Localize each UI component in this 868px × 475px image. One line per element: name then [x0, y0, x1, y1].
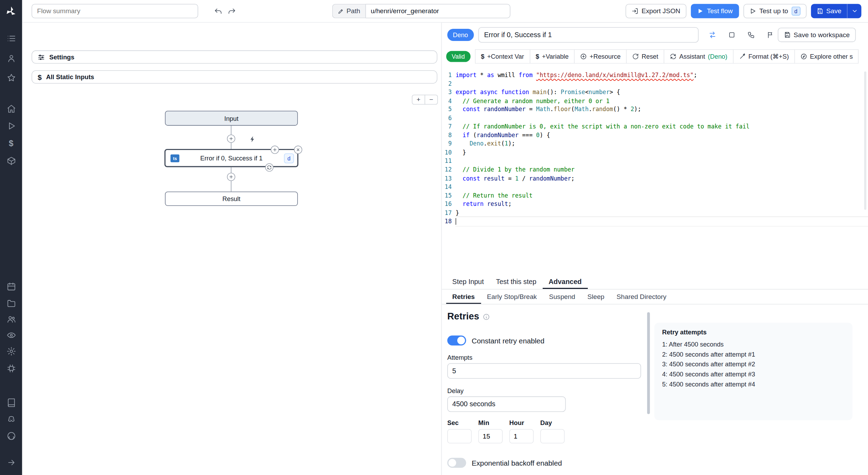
subtab-suspend[interactable]: Suspend [543, 290, 582, 304]
insert-step-above-button[interactable] [271, 145, 279, 154]
subtab-early-stop[interactable]: Early Stop/Break [481, 290, 543, 304]
advanced-subtabs: Retries Early Stop/Break Suspend Sleep S… [442, 290, 868, 305]
assistant-button[interactable]: Assistant (Deno) [664, 49, 734, 64]
vertical-scrollbar[interactable] [647, 312, 650, 414]
home-icon[interactable] [0, 100, 22, 117]
attempts-input[interactable] [447, 363, 641, 379]
gear-icon[interactable] [0, 343, 22, 359]
calendar-icon[interactable] [0, 278, 22, 294]
dollar-variables-icon[interactable]: $ [0, 134, 22, 151]
discord-icon[interactable] [0, 411, 22, 427]
retry-attempt-item: 5: 4500 seconds after attempt #4 [662, 379, 845, 389]
path-group: Path [332, 4, 510, 18]
result-node[interactable]: Result [165, 192, 298, 206]
delete-step-button[interactable] [294, 145, 302, 154]
retries-heading: Retries [447, 311, 868, 322]
sec-label: Sec [447, 420, 471, 426]
phone-button[interactable] [745, 30, 757, 41]
reset-icon [632, 53, 639, 60]
github-icon[interactable] [0, 427, 22, 444]
swap-button[interactable] [707, 30, 718, 41]
language-badge: Deno [447, 29, 474, 41]
path-input[interactable] [365, 4, 510, 18]
play-runs-icon[interactable] [0, 117, 22, 134]
book-docs-icon[interactable] [0, 394, 22, 411]
add-context-var-button[interactable]: $ +Context Var [475, 49, 530, 64]
tab-step-input[interactable]: Step Input [446, 274, 490, 289]
windmill-logo-icon[interactable] [0, 3, 22, 20]
refresh-icon [267, 165, 272, 170]
constant-retry-toggle[interactable] [447, 335, 466, 345]
tab-test-this-step[interactable]: Test this step [490, 274, 542, 289]
explore-scripts-button[interactable]: Explore other s [794, 49, 859, 64]
retry-attempt-item: 1: After 4500 seconds [662, 339, 845, 349]
flow-editor-app: $ [0, 0, 868, 475]
save-dropdown-button[interactable] [847, 4, 861, 18]
test-up-to-button[interactable]: Test up to d [743, 4, 807, 18]
zoom-out-button[interactable]: − [425, 95, 438, 105]
step-name-input[interactable] [478, 27, 699, 43]
save-button[interactable]: Save [811, 4, 847, 18]
tab-advanced[interactable]: Advanced [542, 274, 587, 289]
add-step-button[interactable] [227, 134, 235, 143]
info-icon[interactable] [483, 313, 490, 320]
retry-attempts-preview: Retry attempts 1: After 4500 seconds 2: … [654, 323, 853, 420]
retry-attempt-item: 4: 4500 seconds after attempt #3 [662, 369, 845, 379]
test-flow-button[interactable]: Test flow [691, 4, 739, 18]
fullscreen-button[interactable] [726, 30, 737, 41]
day-input[interactable] [540, 429, 565, 443]
add-step-button[interactable] [227, 173, 235, 181]
save-split-button: Save [811, 4, 861, 18]
all-static-inputs-row[interactable]: $ All Static Inputs [32, 70, 437, 83]
folder-icon[interactable] [0, 294, 22, 311]
step-header-icons [707, 30, 776, 41]
phone-icon [747, 31, 755, 39]
list-icon[interactable] [0, 30, 22, 47]
hour-label: Hour [509, 420, 534, 426]
exponential-backoff-toggle[interactable] [447, 458, 466, 468]
min-label: Min [478, 420, 503, 426]
step-header: Deno Save to worksp [447, 27, 856, 43]
flow-summary-input[interactable] [32, 4, 198, 18]
sec-input[interactable] [447, 429, 471, 443]
input-node[interactable]: Input [165, 111, 298, 126]
subtab-sleep[interactable]: Sleep [581, 290, 610, 304]
cube-resources-icon[interactable] [0, 152, 22, 169]
typescript-badge: ts [170, 155, 180, 162]
hour-input[interactable] [509, 429, 534, 443]
sidebar: $ [0, 0, 22, 475]
add-variable-button[interactable]: $ +Variable [529, 49, 575, 64]
code-editor[interactable]: 123456789101112131415161718 import * as … [442, 68, 868, 274]
subtab-retries[interactable]: Retries [446, 290, 481, 304]
settings-row[interactable]: Settings [32, 50, 437, 64]
delay-input[interactable] [447, 397, 566, 412]
main-column: Path Export JSON Test flow Test up to d [22, 0, 868, 475]
user-icon[interactable] [0, 50, 22, 66]
flag-button[interactable] [765, 30, 776, 41]
add-resource-button[interactable]: +Resource [574, 49, 627, 64]
star-icon[interactable] [0, 69, 22, 86]
reset-button[interactable]: Reset [626, 49, 664, 64]
plus-icon [228, 174, 233, 179]
zoom-in-button[interactable]: + [412, 95, 425, 105]
flow-canvas[interactable]: + − Input ts Error if 0, Success i [22, 88, 441, 475]
trigger-bolt-button[interactable] [248, 134, 258, 144]
export-json-button[interactable]: Export JSON [625, 4, 686, 18]
users-groups-icon[interactable] [0, 310, 22, 327]
redo-button[interactable] [225, 5, 238, 18]
delay-time-grid: Sec Min Hour Day [447, 420, 868, 444]
retry-loop-badge[interactable] [265, 163, 274, 172]
expand-sidebar-arrow-icon[interactable] [0, 454, 22, 470]
save-to-workspace-button[interactable]: Save to workspace [777, 28, 856, 42]
min-input[interactable] [478, 429, 503, 443]
format-button[interactable]: Format (⌘+S) [733, 49, 795, 64]
subtab-shared-directory[interactable]: Shared Directory [610, 290, 673, 304]
flow-panel: Settings $ All Static Inputs + − Input [22, 23, 442, 475]
path-label: Path [347, 7, 360, 15]
editor-scrollbar[interactable] [864, 72, 866, 210]
cpu-workers-icon[interactable] [0, 360, 22, 376]
eye-icon[interactable] [0, 327, 22, 343]
close-icon [295, 147, 300, 152]
undo-button[interactable] [211, 5, 225, 18]
path-badge: Path [332, 4, 365, 18]
